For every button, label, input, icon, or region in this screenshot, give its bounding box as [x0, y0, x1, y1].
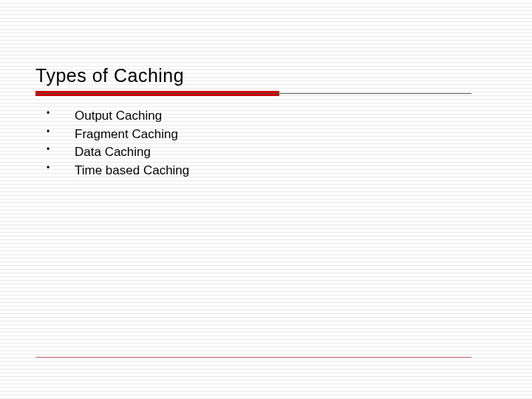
bottom-rule	[35, 357, 471, 358]
slide-content: Types of Caching Output Caching Fragment…	[0, 0, 532, 180]
slide-title: Types of Caching	[35, 65, 497, 86]
list-item: Fragment Caching	[47, 126, 497, 144]
list-item: Time based Caching	[47, 162, 497, 180]
list-item: Data Caching	[47, 143, 497, 162]
bullet-list: Output Caching Fragment Caching Data Cac…	[35, 107, 497, 180]
list-item: Output Caching	[47, 107, 497, 126]
title-thin-line	[35, 93, 471, 94]
